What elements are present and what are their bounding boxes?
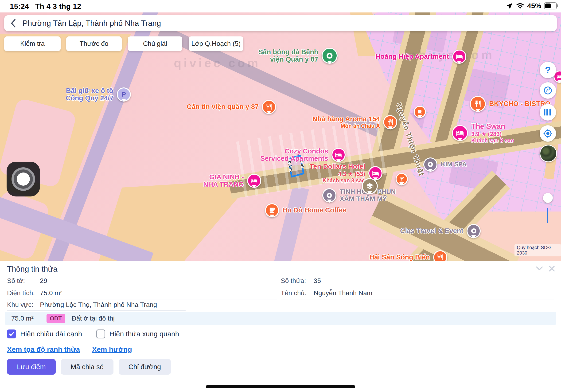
search-bar[interactable]: Phường Tân Lập, Thành phố Nha Trang <box>4 15 557 31</box>
kiem-tra-button[interactable]: Kiểm tra <box>4 36 61 51</box>
back-chevron-icon[interactable] <box>9 18 18 28</box>
show-neighbor-parcels-label[interactable]: Hiện thửa xung quanh <box>109 330 179 338</box>
poi-gia-ninh-nha-trang[interactable]: GIA NINH - NHA TRANG <box>203 174 261 188</box>
panel-title: Thông tin thửa <box>7 265 58 273</box>
bed-pin-icon <box>247 174 261 188</box>
bed-pin-icon <box>452 50 466 64</box>
assistive-touch-button[interactable] <box>7 162 40 196</box>
assistive-touch-ring <box>11 167 35 191</box>
poi-hai-san-song-bien[interactable]: Hải Sản Sóng Biển <box>369 250 447 261</box>
view-direction-link[interactable]: Xem hướng <box>92 346 132 353</box>
cocktail-pin-icon[interactable] <box>396 173 408 185</box>
poi-can-tin-quan-y-87[interactable]: Căn tin viện quân y 87 <box>187 100 276 114</box>
location-arrow-icon <box>506 2 513 9</box>
barcode-button[interactable] <box>540 104 556 120</box>
field-so-thua: Số thửa:35 <box>281 275 554 287</box>
help-button[interactable]: ? <box>540 62 556 78</box>
restaurant-pin-icon <box>383 115 397 129</box>
show-edge-length-checkbox[interactable] <box>7 329 16 338</box>
checkbox-row: Hiện chiều dài cạnh Hiện thửa xung quanh <box>7 329 193 339</box>
close-icon[interactable] <box>548 265 555 273</box>
field-dien-tich: Diện tích:75.0 m² <box>7 287 277 299</box>
restaurant-pin-icon <box>470 96 486 112</box>
coffee-pin-icon <box>265 203 279 218</box>
chevron-down-icon[interactable] <box>535 266 544 272</box>
spa-pin-icon <box>423 157 437 172</box>
date: Th 4 3 thg 12 <box>35 2 81 11</box>
home-indicator[interactable] <box>206 385 355 388</box>
locate-button[interactable] <box>540 125 556 142</box>
poi-bkycho-bistro[interactable]: BKYCHO - BISTRO <box>470 96 550 112</box>
battery-icon <box>544 2 557 9</box>
compass-button[interactable] <box>540 82 556 99</box>
panel-buttons: Lưu điểm Mã chia sẻ Chỉ đường <box>7 359 171 375</box>
battery-percent: 45% <box>527 2 541 10</box>
land-use-row[interactable]: 75.0 m² ODT Đất ở tại đô thị <box>5 312 556 325</box>
poi-the-swan-hotel[interactable]: The Swan 3.9 ★ (283) Khách sạn 3 sao <box>452 122 514 144</box>
poi-hoang-hiep-apartment[interactable]: Hoàng Hiệp Apartment <box>375 50 466 64</box>
watermark-text: qiviec com <box>174 56 260 70</box>
map-toolbar: Kiểm tra Thước đo Chú giải Lớp Q.Hoạch (… <box>0 36 561 51</box>
land-use-name: Đất ở tại đô thị <box>72 315 115 322</box>
road-lavender-lower <box>274 186 309 261</box>
satellite-thumbnail[interactable] <box>540 145 557 162</box>
field-so-to: Số tờ:29 <box>7 275 277 287</box>
status-bar: 15:24Th 4 3 thg 12 45% <box>0 0 561 12</box>
bed-pin-icon <box>452 125 468 141</box>
poi-nha-hang-aroma-154[interactable]: Nhà hàng Aroma 154 Món ăn Châu Á <box>313 115 397 129</box>
share-code-button[interactable]: Mã chia sẻ <box>61 359 113 375</box>
zoom-slider-handle[interactable] <box>543 193 553 203</box>
land-use-code-badge: ODT <box>46 314 65 323</box>
zoom-slider-track[interactable] <box>547 208 548 223</box>
poi-hu-do-home-coffee[interactable]: Hu Đô Home Coffee <box>265 203 346 218</box>
search-query-text[interactable]: Phường Tân Lập, Thành phố Nha Trang <box>22 19 161 28</box>
save-point-button[interactable]: Lưu điểm <box>7 359 56 375</box>
field-ten-chu: Tên chủ:Nguyễn Thanh Nam <box>281 287 554 299</box>
lop-quy-hoach-button[interactable]: Lớp Q.Hoạch (5) <box>189 36 243 51</box>
directions-button[interactable]: Chỉ đường <box>119 359 171 375</box>
beauty-pin-icon <box>322 188 336 202</box>
view-boundary-coordinates-link[interactable]: Xem tọa độ ranh thửa <box>7 346 80 353</box>
poi-cias-travel-event[interactable]: Cias Travel & Event <box>400 224 481 238</box>
parcel-info-panel: Thông tin thửa Số tờ:29 Số thửa:35 Diện … <box>0 261 561 392</box>
show-neighbor-parcels-checkbox[interactable] <box>96 329 105 338</box>
poi-parking-cong-quy[interactable]: Bãi giữ xe ô tô Công Quý 24/7 P <box>66 87 131 102</box>
thuoc-do-button[interactable]: Thước đo <box>66 36 122 51</box>
school-pin-icon[interactable] <box>362 178 378 194</box>
travel-pin-icon <box>466 224 481 238</box>
coffee-pin-icon[interactable] <box>414 106 426 118</box>
restaurant-pin-icon <box>262 100 276 114</box>
bed-pin-icon <box>332 148 345 162</box>
land-area: 75.0 m² <box>11 315 46 322</box>
chu-giai-button[interactable]: Chú giải <box>128 36 182 51</box>
wifi-icon <box>516 2 524 9</box>
divider <box>7 310 186 311</box>
poi-kim-spa[interactable]: KIM SPA <box>423 157 467 172</box>
poi-cozy-condos[interactable]: Cozy Condos Serviced Apartments <box>260 148 345 162</box>
map-attribution: Quy hoạch SDĐ 2030 <box>515 244 561 256</box>
field-khu-vuc: Khu vực:Phường Lộc Thọ, Thành phố Nha Tr… <box>7 299 277 311</box>
panel-links: Xem tọa độ ranh thửa Xem hướng <box>7 346 132 353</box>
show-edge-length-label[interactable]: Hiện chiều dài cạnh <box>20 330 82 338</box>
clock: 15:24 <box>10 2 29 11</box>
parking-pin-icon: P <box>117 87 131 101</box>
status-time-date: 15:24Th 4 3 thg 12 <box>10 2 87 11</box>
poi-tinh-hoa-phun-xam[interactable]: TINH HOA - PHUN XĂM THẨM MỸ <box>322 188 396 202</box>
restaurant-pin-icon <box>433 250 447 261</box>
